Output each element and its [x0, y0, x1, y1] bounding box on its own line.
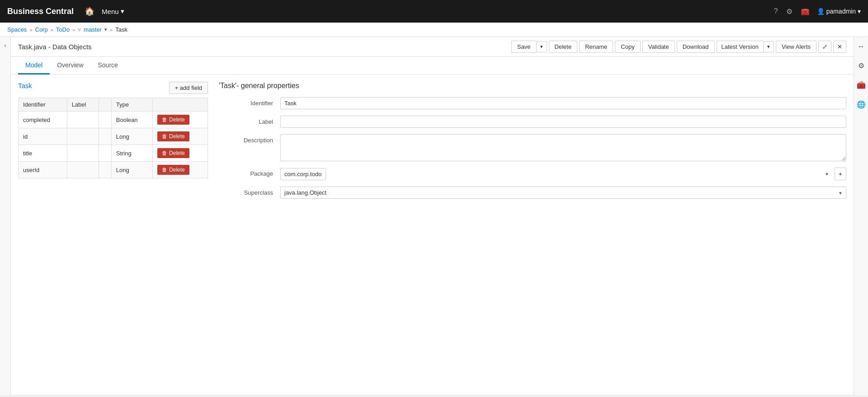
close-icon[interactable]: ✕	[833, 41, 846, 53]
home-icon[interactable]: 🏠	[85, 6, 94, 16]
form-row-package: Package com.corp.todo +	[219, 168, 846, 180]
rename-button[interactable]: Rename	[579, 41, 613, 53]
download-button[interactable]: Download	[677, 41, 715, 53]
cell-identifier: title	[19, 145, 67, 162]
label-package: Package	[219, 168, 273, 177]
superclass-select-container: java.lang.Object	[280, 187, 846, 199]
label-label: Label	[219, 116, 273, 125]
select-package[interactable]: com.corp.todo	[280, 168, 326, 180]
col-label: Label	[67, 98, 99, 112]
breadcrumb-todo[interactable]: ToDo	[56, 26, 70, 33]
form-row-superclass: Superclass java.lang.Object	[219, 187, 846, 199]
side-tools-icon[interactable]: 🧰	[855, 79, 868, 91]
save-button-group: Save ▾	[511, 41, 547, 53]
delete-field-button[interactable]: 🗑 Delete	[157, 148, 189, 158]
delete-button[interactable]: Delete	[549, 41, 578, 53]
view-alerts-button[interactable]: View Alerts	[776, 41, 816, 53]
latest-version-caret-button[interactable]: ▾	[763, 41, 774, 52]
table-row: userId Long 🗑 Delete	[19, 162, 208, 178]
cell-identifier: userId	[19, 162, 67, 178]
right-side-panel: ↔ ⚙ 🧰 🌐	[854, 37, 868, 395]
table-row: completed Boolean 🗑 Delete	[19, 112, 208, 128]
col-type: Type	[111, 98, 152, 112]
cell-col3	[99, 145, 111, 162]
add-field-button[interactable]: + add field	[169, 82, 208, 94]
trash-icon: 🗑	[162, 150, 167, 156]
trash-icon: 🗑	[162, 133, 167, 140]
cell-delete: 🗑 Delete	[153, 128, 208, 145]
cell-label	[67, 128, 99, 145]
copy-button[interactable]: Copy	[615, 41, 640, 53]
trash-icon: 🗑	[162, 167, 167, 173]
fields-table: Identifier Label Type completed Boolean …	[18, 98, 208, 178]
col-actions	[153, 98, 208, 112]
cell-type: Boolean	[111, 112, 152, 128]
properties-title: 'Task'- general properties	[219, 82, 846, 90]
properties-panel: 'Task'- general properties Identifier La…	[219, 82, 846, 205]
input-label[interactable]	[280, 116, 846, 128]
form-row-identifier: Identifier	[219, 97, 846, 109]
tools-icon[interactable]: 🧰	[801, 7, 810, 16]
breadcrumb-spaces[interactable]: Spaces	[7, 26, 27, 33]
cell-identifier: completed	[19, 112, 67, 128]
menu-button[interactable]: Menu ▾	[102, 7, 124, 15]
add-package-button[interactable]: +	[835, 168, 846, 180]
expand-icon[interactable]: ⤢	[818, 41, 831, 53]
save-button[interactable]: Save	[511, 41, 536, 53]
input-description[interactable]	[280, 134, 846, 161]
form-row-description: Description	[219, 134, 846, 161]
form-row-label: Label	[219, 116, 846, 128]
cell-label	[67, 112, 99, 128]
col-empty	[99, 98, 111, 112]
save-caret-button[interactable]: ▾	[536, 41, 547, 52]
model-content: Task + add field Identifier Label Type	[11, 75, 854, 212]
editor-title: Task.java - Data Objects	[18, 43, 508, 51]
cell-col3	[99, 162, 111, 178]
delete-field-button[interactable]: 🗑 Delete	[157, 165, 189, 175]
breadcrumb-current: Task	[115, 26, 127, 33]
toolbar: Save ▾ Delete Rename Copy Validate Downl…	[511, 41, 846, 53]
cell-delete: 🗑 Delete	[153, 162, 208, 178]
tab-overview[interactable]: Overview	[50, 57, 90, 75]
label-identifier: Identifier	[219, 97, 273, 107]
label-description: Description	[219, 134, 273, 144]
nav-icon-group: ? ⚙ 🧰	[774, 7, 810, 16]
select-superclass[interactable]: java.lang.Object	[280, 187, 846, 199]
cell-col3	[99, 128, 111, 145]
input-identifier[interactable]	[280, 97, 846, 109]
branch-caret[interactable]: ▾	[104, 27, 107, 33]
settings-icon[interactable]: ⚙	[786, 7, 793, 16]
latest-version-button[interactable]: Latest Version	[717, 41, 763, 53]
package-select-wrapper: com.corp.todo +	[280, 168, 846, 180]
cell-label	[67, 162, 99, 178]
cell-delete: 🗑 Delete	[153, 112, 208, 128]
delete-field-button[interactable]: 🗑 Delete	[157, 115, 189, 125]
breadcrumb-corp[interactable]: Corp	[35, 26, 48, 33]
swap-icon[interactable]: ↔	[856, 41, 867, 52]
content-area: Task.java - Data Objects Save ▾ Delete R…	[11, 37, 854, 395]
delete-field-button[interactable]: 🗑 Delete	[157, 131, 189, 141]
entity-panel: Task + add field Identifier Label Type	[18, 82, 208, 205]
entity-title[interactable]: Task	[18, 82, 32, 89]
label-superclass: Superclass	[219, 187, 273, 196]
editor-header: Task.java - Data Objects Save ▾ Delete R…	[11, 37, 854, 57]
help-icon[interactable]: ?	[774, 7, 778, 15]
sidebar-collapse-btn[interactable]: ›	[0, 37, 11, 395]
tab-bar: Model Overview Source	[11, 57, 854, 75]
col-identifier: Identifier	[19, 98, 67, 112]
tab-model[interactable]: Model	[18, 57, 50, 75]
cell-type: String	[111, 145, 152, 162]
user-menu-button[interactable]: 👤 pamadmin ▾	[817, 8, 861, 15]
cell-type: Long	[111, 162, 152, 178]
side-settings-icon[interactable]: ⚙	[856, 60, 866, 72]
cell-col3	[99, 112, 111, 128]
chevron-right-icon: ›	[5, 42, 6, 49]
table-row: title String 🗑 Delete	[19, 145, 208, 162]
brand-logo: Business Central	[7, 7, 74, 16]
breadcrumb-branch[interactable]: master	[84, 26, 102, 33]
top-navigation: Business Central 🏠 Menu ▾ ? ⚙ 🧰 👤 pamadm…	[0, 0, 868, 23]
validate-button[interactable]: Validate	[642, 41, 675, 53]
tab-source[interactable]: Source	[91, 57, 125, 75]
side-globe-icon[interactable]: 🌐	[855, 98, 868, 111]
cell-label	[67, 145, 99, 162]
